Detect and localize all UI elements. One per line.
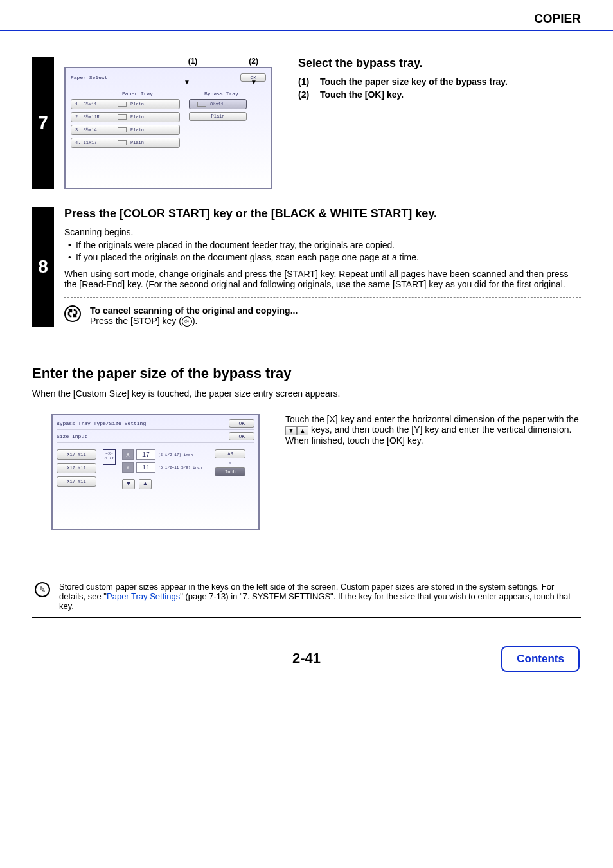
note-box: ✎ Stored custom paper sizes appear in th… <box>32 575 581 618</box>
x-range: (5 1/2~17) inch <box>158 453 193 457</box>
screen-title: Paper Select <box>71 75 108 80</box>
x-value: 17 <box>136 449 155 460</box>
x-key[interactable]: X <box>122 449 134 460</box>
down-arrow-icon: ▼ <box>285 426 297 435</box>
preset-size-key[interactable]: X17 Y11 <box>57 449 96 460</box>
step-number-7: 7 <box>32 57 54 189</box>
screen-subtitle: Size Input <box>57 433 87 439</box>
body-text: When using sort mode, change originals a… <box>64 269 581 289</box>
step-8: 8 Press the [COLOR START] key or the [BL… <box>32 207 581 327</box>
unit-inch-button[interactable]: Inch <box>215 467 245 476</box>
intro-text: When the [Custom Size] key is touched, t… <box>32 388 581 399</box>
page-orientation-icon: ←X→A ↕Y <box>103 449 116 465</box>
unit-ab-button[interactable]: AB <box>215 449 245 458</box>
cancel-title: To cancel scanning of the original and c… <box>90 305 298 316</box>
callout-arrow-icon: ▼ <box>251 78 257 86</box>
section-header: COPIER <box>0 0 613 31</box>
tray-item[interactable]: 4. 11x17Plain <box>71 138 180 148</box>
substep-text: Touch the [OK] key. <box>320 89 404 100</box>
callout-1: (1) <box>188 57 198 66</box>
tray-item[interactable]: 1. 8½x11Plain <box>71 99 180 109</box>
substep-no: (1) <box>298 77 320 87</box>
bypass-tray-label: Bypass Tray <box>204 91 238 96</box>
substep-text: Touch the paper size key of the bypass t… <box>320 77 508 87</box>
paper-tray-label: Paper Tray <box>122 91 153 96</box>
substep-no: (2) <box>298 89 320 100</box>
ok-button[interactable]: OK <box>229 419 254 428</box>
instruction-text: Touch the [X] key and enter the horizont… <box>285 414 581 445</box>
note-icon: ✎ <box>35 582 50 597</box>
step-7: 7 (1) (2) ▼ ▼ Paper Select OK <box>32 57 581 189</box>
bullet-item: If the originals were placed in the docu… <box>68 240 581 250</box>
callout-2: (2) <box>249 57 258 66</box>
callout-arrow-icon: ▼ <box>184 78 190 86</box>
bypass-size-key[interactable]: 8½x11 <box>189 99 247 109</box>
y-value: 11 <box>136 462 155 473</box>
preset-size-key[interactable]: X17 Y11 <box>57 463 96 473</box>
preset-size-key[interactable]: X17 Y11 <box>57 476 96 487</box>
paper-tray-settings-link[interactable]: Paper Tray Settings <box>107 592 180 601</box>
ok-button[interactable]: OK <box>229 432 254 440</box>
down-arrow-button[interactable]: ▼ <box>122 479 135 489</box>
contents-button[interactable]: Contents <box>501 646 580 672</box>
up-arrow-icon: ▲ <box>297 426 308 435</box>
size-input-screen: Bypass Tray Type/Size Setting OK Size In… <box>51 414 260 530</box>
tray-item[interactable]: 2. 8½x11RPlain <box>71 112 180 122</box>
divider <box>64 297 581 298</box>
bullet-item: If you placed the originals on the docum… <box>68 252 581 262</box>
cancel-icon: 🗘 <box>64 305 81 322</box>
swap-icon: ⇕ <box>229 460 231 466</box>
section-heading: Enter the paper size of the bypass tray <box>32 365 581 382</box>
screen-title: Bypass Tray Type/Size Setting <box>57 420 146 426</box>
cancel-text: Press the [STOP] key (◎). <box>90 316 298 327</box>
up-arrow-button[interactable]: ▲ <box>139 479 152 489</box>
note-text: Stored custom paper sizes appear in the … <box>59 582 578 611</box>
y-range: (5 1/2~11 5/8) inch <box>158 466 202 470</box>
body-text: Scanning begins. <box>64 227 581 237</box>
stop-key-icon: ◎ <box>182 316 192 327</box>
step-number-8: 8 <box>32 207 54 327</box>
step-heading: Select the bypass tray. <box>298 57 581 70</box>
tray-item[interactable]: 3. 8½x14Plain <box>71 125 180 135</box>
paper-select-screen: Paper Select OK Paper Tray Bypass Tray 1… <box>64 67 272 189</box>
bypass-type-key[interactable]: Plain <box>189 112 247 121</box>
y-key[interactable]: Y <box>122 462 134 473</box>
step-heading: Press the [COLOR START] key or the [BLAC… <box>64 207 581 221</box>
